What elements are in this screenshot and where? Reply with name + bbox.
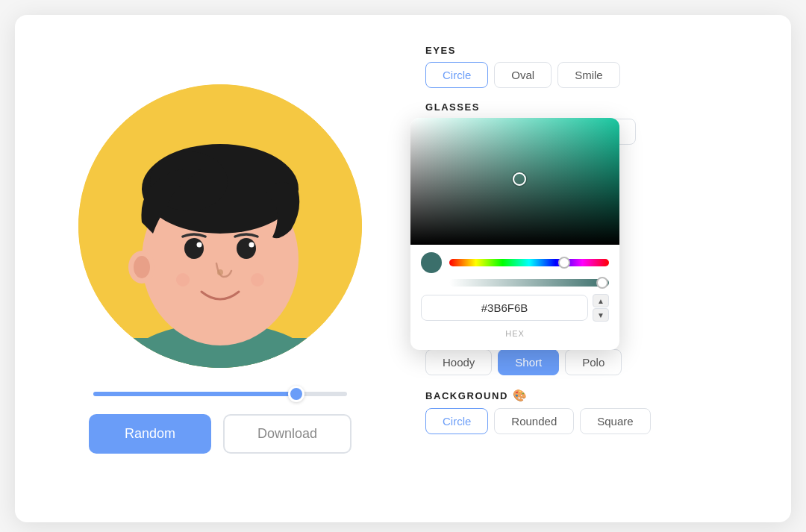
shirt-hoody-btn[interactable]: Hoody [425,349,492,375]
hex-down-arrow[interactable]: ▼ [593,308,609,322]
color-picker-dot [513,172,526,186]
eyes-section: EYES Circle Oval Smile [425,45,769,88]
shirt-short-btn[interactable]: Short [498,349,559,375]
svg-point-9 [184,238,204,259]
left-panel: Random Download [30,37,418,500]
hex-arrows: ▲ ▼ [593,294,609,322]
avatar-circle [78,84,362,368]
svg-point-13 [217,269,223,275]
eyes-options: Circle Oval Smile [425,62,769,88]
background-options: Circle Rounded Square [425,408,769,434]
background-icon: 🎨 [513,389,528,402]
glasses-label: GLASSES [425,101,769,113]
svg-point-12 [249,242,254,247]
svg-point-8 [134,256,150,278]
color-swatch [421,252,442,273]
background-section: BACKGROUND 🎨 Circle Rounded Square [425,389,769,434]
right-panel: EYES Circle Oval Smile GLASSES None Roun… [418,37,776,500]
opacity-row [421,279,609,287]
color-gradient-area[interactable] [410,118,619,245]
hue-thumb [558,257,570,269]
avatar-slider[interactable] [93,392,347,396]
hex-label: HEX [421,329,609,338]
hex-input[interactable] [421,295,588,321]
download-button[interactable]: Download [223,414,352,454]
opacity-thumb [596,277,608,289]
eyes-label: EYES [425,45,769,56]
shirt-polo-btn[interactable]: Polo [565,349,622,375]
hex-up-arrow[interactable]: ▲ [593,294,609,307]
background-label: BACKGROUND 🎨 [425,389,769,402]
slider-row [93,392,347,396]
opacity-slider[interactable] [449,279,609,287]
hue-row [421,252,609,273]
hue-slider[interactable] [449,259,609,266]
eyes-oval-btn[interactable]: Oval [494,62,552,88]
bg-square-btn[interactable]: Square [580,408,650,434]
shirt-options: Hoody Short Polo [425,349,769,375]
bg-circle-btn[interactable]: Circle [425,408,488,434]
slider-thumb[interactable] [288,386,304,402]
svg-point-15 [176,273,190,287]
random-button[interactable]: Random [89,414,211,454]
svg-point-11 [197,242,202,247]
eyes-smile-btn[interactable]: Smile [557,62,620,88]
svg-point-10 [237,238,256,259]
eyes-circle-btn[interactable]: Circle [425,62,488,88]
bg-rounded-btn[interactable]: Rounded [494,408,574,434]
app-container: Random Download EYES Circle Oval Smile G… [15,15,791,522]
hex-row: ▲ ▼ [421,294,609,322]
avatar-svg [78,84,362,368]
svg-point-14 [251,273,264,287]
color-picker-controls: ▲ ▼ HEX [410,245,619,338]
action-buttons: Random Download [89,414,352,454]
color-picker-popup: ▲ ▼ HEX [410,118,619,350]
